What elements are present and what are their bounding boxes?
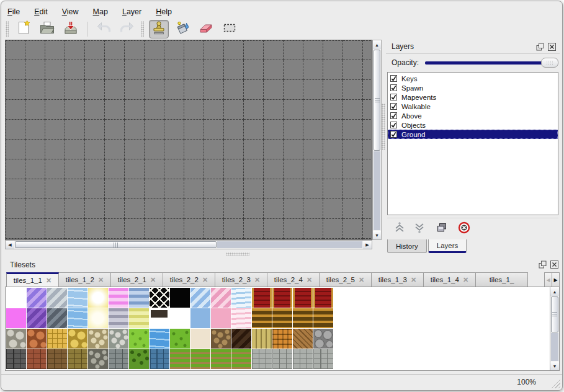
tile-terracotta-stones[interactable] [27, 329, 47, 349]
tileset-tab-tiles_1_1[interactable]: tiles_1_1✕ [6, 272, 59, 287]
lower-layer-button[interactable] [412, 220, 427, 235]
tile-gray-glass[interactable] [47, 288, 67, 308]
map-canvas[interactable] [5, 40, 372, 240]
tile-pink[interactable] [211, 308, 231, 328]
new-button[interactable] [14, 20, 34, 38]
eraser-tool-button[interactable] [196, 20, 216, 38]
tile-gold-stripe-carpet[interactable] [272, 308, 292, 328]
opacity-slider-handle[interactable] [541, 58, 558, 68]
layer-row-walkable[interactable]: Walkable [388, 102, 558, 111]
layer-row-mapevents[interactable]: Mapevents [388, 92, 558, 102]
close-dock-icon[interactable] [547, 42, 556, 51]
layer-visibility-checkbox[interactable] [390, 131, 397, 138]
tileset-tab-tiles_2_4[interactable]: tiles_2_4✕ [267, 272, 320, 287]
tile-magenta[interactable] [6, 308, 26, 328]
menu-map[interactable]: Map [93, 7, 108, 16]
tile-light-water[interactable] [68, 288, 87, 308]
tileset-tab-tiles_1_3[interactable]: tiles_1_3✕ [371, 272, 424, 287]
close-tab-icon[interactable]: ✕ [150, 276, 156, 284]
layer-visibility-checkbox[interactable] [390, 112, 397, 119]
open-button[interactable] [37, 20, 57, 38]
tile-herringbone-wood[interactable] [293, 329, 313, 349]
delete-layer-button[interactable] [457, 220, 472, 235]
tileset-tab-tiles_2_5[interactable]: tiles_2_5✕ [319, 272, 372, 287]
resize-grip-icon[interactable] [549, 377, 560, 388]
close-tab-icon[interactable]: ✕ [254, 276, 260, 284]
tile-yellow-glow[interactable] [88, 288, 108, 308]
select-tool-button[interactable] [220, 20, 239, 38]
layer-visibility-checkbox[interactable] [390, 94, 397, 100]
tile-bright-grass[interactable] [129, 329, 149, 349]
tile-olive-stone-wall[interactable] [68, 349, 87, 369]
tile-pebble-wall[interactable] [88, 349, 108, 369]
layer-row-objects[interactable]: Objects [388, 120, 558, 130]
tile-yellow-stones[interactable] [68, 329, 87, 349]
tile-red-carpet[interactable] [293, 288, 313, 308]
close-tab-icon[interactable]: ✕ [463, 276, 468, 284]
tile-blank[interactable] [170, 308, 190, 328]
tile-beige-pebbles[interactable] [88, 329, 108, 349]
toolbar-drag-handle[interactable] [6, 21, 9, 37]
tile-blue-glass[interactable] [190, 288, 210, 308]
tileset-tab-tiles_2_3[interactable]: tiles_2_3✕ [215, 272, 267, 287]
tile-stone-brick-wall[interactable] [313, 349, 333, 369]
tile-grass-furrows[interactable] [211, 349, 231, 369]
layer-row-spawn[interactable]: Spawn [388, 83, 558, 92]
tile-blue-brick-wall[interactable] [150, 349, 169, 369]
tile-stone-brick-wall[interactable] [272, 349, 292, 369]
scroll-left-button[interactable]: ◀ [6, 241, 14, 249]
tile-water[interactable] [68, 308, 87, 328]
scrollbar-track[interactable] [217, 241, 362, 248]
scroll-down-button[interactable]: ▼ [550, 362, 559, 370]
tile-pink-glass[interactable] [211, 288, 231, 308]
scroll-up-button[interactable]: ▲ [550, 287, 559, 296]
tileset-tab-tiles_2_1[interactable]: tiles_2_1✕ [110, 272, 163, 287]
toolbar-drag-handle[interactable] [141, 21, 144, 37]
tile-basket-weave[interactable] [272, 329, 292, 349]
tile-gold-stripe-carpet[interactable] [313, 308, 333, 328]
tile-pink-waves[interactable] [231, 308, 251, 328]
tile-stone-brick-wall[interactable] [252, 349, 272, 369]
scroll-right-button[interactable]: ▶ [363, 241, 372, 249]
stamp-tool-button[interactable] [149, 20, 169, 38]
close-dock-icon[interactable] [550, 261, 558, 269]
float-dock-icon[interactable] [538, 261, 547, 269]
horizontal-splitter-handle[interactable] [226, 252, 249, 256]
float-dock-icon[interactable] [535, 42, 544, 51]
dock-tab-layers[interactable]: Layers [428, 239, 467, 253]
scrollbar-thumb[interactable] [551, 296, 558, 332]
tile-black[interactable] [170, 288, 190, 308]
tile-grass-furrows[interactable] [231, 349, 251, 369]
tile-pink-stripes[interactable] [109, 288, 128, 308]
menu-edit[interactable]: Edit [34, 7, 48, 16]
tile-blue[interactable] [190, 308, 210, 328]
layer-visibility-checkbox[interactable] [390, 84, 397, 91]
tile-brown-brick-wall[interactable] [47, 349, 67, 369]
scrollbar-thumb[interactable] [374, 50, 380, 151]
fill-tool-button[interactable] [172, 20, 192, 38]
tile-gold-cobbles[interactable] [47, 329, 67, 349]
tile-grass[interactable] [170, 329, 190, 349]
close-tab-icon[interactable]: ✕ [411, 276, 416, 284]
tile-gray-stripes[interactable] [109, 308, 128, 328]
tile-gray-brick-wall[interactable] [109, 349, 128, 369]
tile-grass-furrows[interactable] [170, 349, 190, 369]
tile-dark-purple-glass[interactable] [27, 308, 47, 328]
scroll-up-button[interactable]: ▲ [373, 40, 381, 49]
layer-row-ground[interactable]: Ground [388, 130, 558, 139]
tile-pale-yellow-glow[interactable] [88, 308, 108, 328]
layer-visibility-checkbox[interactable] [390, 122, 397, 128]
layer-row-keys[interactable]: Keys [388, 74, 558, 83]
tile-yellow-stripes[interactable] [129, 308, 149, 328]
tile-stone-logs[interactable] [313, 329, 333, 349]
tile-red-carpet[interactable] [313, 288, 333, 308]
tile-dirt-pebbles[interactable] [211, 329, 231, 349]
tile-purple-glass[interactable] [27, 288, 47, 308]
canvas-vertical-scrollbar[interactable]: ▲ ▼ [372, 40, 382, 240]
layer-visibility-checkbox[interactable] [390, 103, 397, 110]
tile-dark-gray-glass[interactable] [47, 308, 67, 328]
menu-layer[interactable]: Layer [122, 7, 141, 16]
tile-blue-waves[interactable] [231, 288, 251, 308]
tile-gold-stripe-carpet[interactable] [293, 308, 313, 328]
tileset-tab-tiles_1_2[interactable]: tiles_1_2✕ [58, 272, 111, 287]
